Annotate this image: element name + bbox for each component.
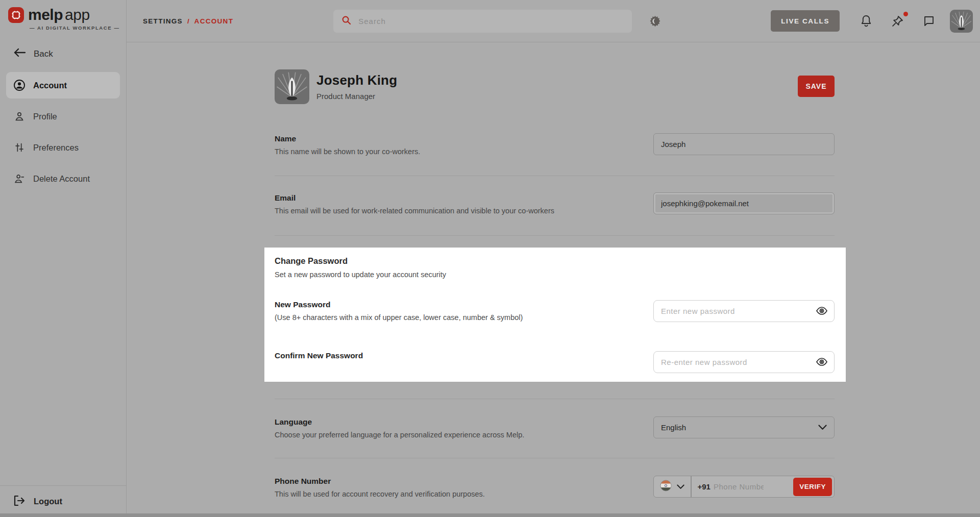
phone-label: Phone Number bbox=[275, 477, 485, 486]
person-minus-icon bbox=[13, 173, 26, 184]
new-password-input[interactable] bbox=[653, 300, 835, 322]
verify-button[interactable]: VERIFY bbox=[793, 478, 832, 496]
chat-icon[interactable] bbox=[923, 15, 935, 27]
profile-header: Joseph King Product Manager SAVE bbox=[275, 69, 835, 104]
live-calls-button[interactable]: LIVE CALLS bbox=[771, 10, 840, 32]
sidebar-item-delete-account[interactable]: Delete Account bbox=[6, 165, 120, 192]
sidebar-item-profile[interactable]: Profile bbox=[6, 103, 120, 130]
confirm-password-label: Confirm New Password bbox=[275, 351, 363, 360]
name-input[interactable] bbox=[653, 133, 835, 155]
breadcrumb-section: SETTINGS bbox=[143, 17, 183, 25]
chevron-down-icon bbox=[818, 423, 827, 432]
phone-description: This will be used for account recovery a… bbox=[275, 490, 485, 498]
melp-logo-icon bbox=[8, 7, 24, 23]
dial-code: +91 bbox=[698, 482, 710, 491]
search-icon bbox=[341, 15, 351, 27]
show-password-eye-icon[interactable] bbox=[816, 305, 828, 316]
sidebar-item-label: Delete Account bbox=[33, 174, 90, 184]
sliders-icon bbox=[13, 142, 26, 153]
india-flag-icon bbox=[660, 480, 672, 494]
sidebar: melpapp — AI DIGITAL WORKPLACE — Back Ac… bbox=[0, 0, 127, 517]
chevron-down-icon bbox=[677, 482, 684, 491]
phone-field-row: Phone Number This will be used for accou… bbox=[275, 458, 835, 498]
logout-button[interactable]: Logout bbox=[0, 485, 126, 517]
notifications-bell-icon[interactable] bbox=[860, 14, 872, 28]
breadcrumb-separator: / bbox=[187, 17, 190, 25]
theme-toggle-icon[interactable] bbox=[649, 15, 662, 28]
new-password-hint: (Use 8+ characters with a mix of upper c… bbox=[275, 313, 523, 322]
name-field-row: Name This name will be shown to your co-… bbox=[275, 133, 835, 176]
phone-number-input[interactable] bbox=[714, 482, 764, 491]
change-password-panel: Change Password Set a new password to up… bbox=[264, 248, 846, 382]
change-password-title: Change Password bbox=[275, 256, 835, 266]
sidebar-item-account[interactable]: Account bbox=[6, 72, 120, 99]
name-description: This name will be shown to your co-worke… bbox=[275, 147, 420, 156]
change-password-subtitle: Set a new password to update your accoun… bbox=[275, 270, 835, 279]
language-label: Language bbox=[275, 417, 524, 427]
language-selected-value: English bbox=[661, 423, 686, 432]
search-input[interactable] bbox=[358, 17, 624, 26]
email-field-row: Email This email will be used for work-r… bbox=[275, 176, 835, 236]
pin-icon[interactable] bbox=[891, 15, 904, 28]
back-arrow-icon bbox=[13, 48, 26, 60]
settings-nav: Account Profile Preferences bbox=[0, 72, 126, 196]
search-bar[interactable] bbox=[333, 10, 632, 33]
app-tagline: — AI DIGITAL WORKPLACE — bbox=[30, 25, 126, 31]
sidebar-item-label: Account bbox=[33, 81, 67, 90]
phone-input-group: +91 VERIFY bbox=[653, 476, 835, 498]
confirm-password-row: Confirm New Password bbox=[275, 351, 835, 373]
user-role: Product Manager bbox=[316, 92, 397, 101]
email-input[interactable] bbox=[653, 192, 835, 214]
person-icon bbox=[13, 111, 26, 122]
logout-icon bbox=[13, 495, 26, 508]
sidebar-item-label: Preferences bbox=[33, 143, 79, 153]
email-description: This email will be used for work-related… bbox=[275, 207, 554, 215]
app-logo: melpapp — AI DIGITAL WORKPLACE — bbox=[0, 0, 126, 31]
sidebar-item-preferences[interactable]: Preferences bbox=[6, 134, 120, 161]
name-label: Name bbox=[275, 134, 420, 143]
profile-avatar[interactable] bbox=[275, 69, 309, 104]
user-avatar[interactable] bbox=[950, 10, 973, 33]
phone-divider bbox=[691, 476, 692, 498]
account-circle-icon bbox=[13, 79, 26, 91]
language-field-row: Language Choose your preferred language … bbox=[275, 399, 835, 458]
language-description: Choose your preferred language for a per… bbox=[275, 431, 524, 439]
back-button[interactable]: Back bbox=[13, 48, 126, 60]
email-label: Email bbox=[275, 193, 554, 203]
new-password-label: New Password bbox=[275, 300, 523, 309]
breadcrumb-page: ACCOUNT bbox=[194, 17, 234, 25]
new-password-row: New Password (Use 8+ characters with a m… bbox=[275, 300, 835, 322]
pin-unread-dot bbox=[903, 12, 908, 16]
show-confirm-password-eye-icon[interactable] bbox=[816, 356, 828, 367]
top-bar: SETTINGS / ACCOUNT LIVE CALLS bbox=[127, 0, 980, 42]
country-select[interactable] bbox=[654, 480, 691, 494]
breadcrumb: SETTINGS / ACCOUNT bbox=[143, 17, 233, 25]
language-select[interactable]: English bbox=[653, 416, 835, 438]
confirm-password-input[interactable] bbox=[653, 351, 835, 373]
save-button[interactable]: SAVE bbox=[798, 76, 835, 97]
account-settings-page: Joseph King Product Manager SAVE Name Th… bbox=[127, 42, 980, 517]
user-name: Joseph King bbox=[316, 72, 397, 88]
app-title: melpapp bbox=[28, 6, 90, 23]
back-label: Back bbox=[34, 49, 53, 59]
sidebar-item-label: Profile bbox=[33, 112, 57, 121]
logout-label: Logout bbox=[34, 497, 62, 506]
bottom-edge-strip bbox=[0, 513, 980, 517]
